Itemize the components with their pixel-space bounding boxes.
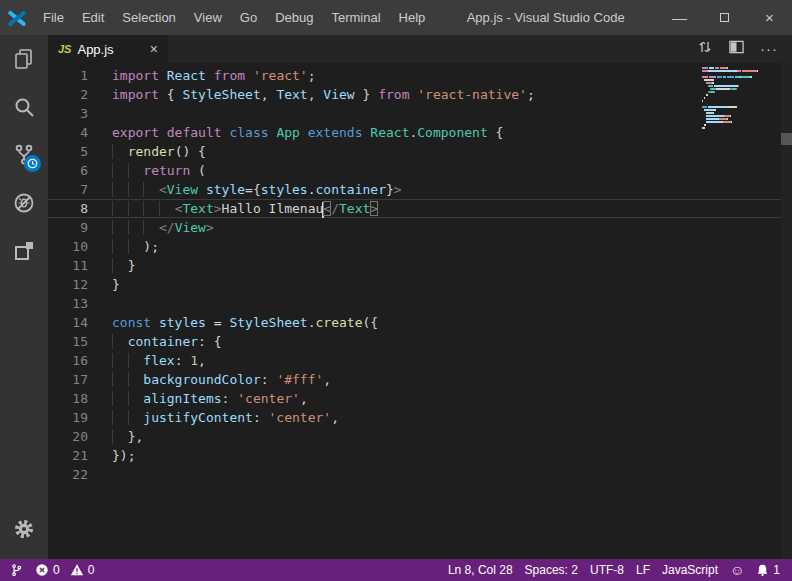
explorer-icon[interactable] [0, 35, 48, 83]
tab-bar: JS App.js × [48, 35, 792, 63]
source-control-icon[interactable] [0, 131, 48, 179]
menu-go[interactable]: Go [231, 0, 266, 35]
maximize-icon [720, 13, 729, 22]
workbench: JS App.js × [0, 35, 792, 559]
code-line-18[interactable]: 18 alignItems: 'center', [48, 389, 792, 408]
scrollbar-thumb[interactable] [781, 133, 792, 145]
code-line-2[interactable]: 2import { StyleSheet, Text, View } from … [48, 85, 792, 104]
close-button[interactable]: × [747, 0, 792, 35]
line-number: 13 [48, 294, 88, 313]
code-line-3[interactable]: 3 [48, 104, 792, 123]
minimize-button[interactable]: — [657, 0, 702, 35]
menu-file[interactable]: File [34, 0, 73, 35]
line-number: 16 [48, 351, 88, 370]
menu-bar: FileEditSelectionViewGoDebugTerminalHelp [34, 0, 434, 35]
code-line-12[interactable]: 12} [48, 275, 792, 294]
editor[interactable]: 1import React from 'react';2import { Sty… [48, 63, 792, 559]
error-icon [35, 563, 49, 577]
error-count: 0 [53, 563, 60, 577]
editor-group: JS App.js × [48, 35, 792, 559]
code-line-5[interactable]: 5 render() { [48, 142, 792, 161]
extensions-icon[interactable] [0, 227, 48, 275]
activity-bar [0, 35, 48, 559]
code-line-17[interactable]: 17 backgroundColor: '#fff', [48, 370, 792, 389]
code-line-9[interactable]: 9 </View> [48, 218, 792, 237]
line-number: 8 [48, 199, 88, 218]
code-line-19[interactable]: 19 justifyContent: 'center', [48, 408, 792, 427]
menu-selection[interactable]: Selection [113, 0, 184, 35]
tab-appjs[interactable]: JS App.js × [48, 35, 168, 63]
line-number: 22 [48, 465, 88, 484]
code-line-13[interactable]: 13 [48, 294, 792, 313]
editor-actions: ··· [697, 35, 792, 63]
eol-sequence[interactable]: LF [630, 559, 656, 581]
code-line-15[interactable]: 15 container: { [48, 332, 792, 351]
feedback-smiley-icon[interactable]: ☺ [724, 559, 750, 581]
status-bar-right: Ln 8, Col 28 Spaces: 2 UTF-8 LF JavaScri… [442, 559, 792, 581]
code-line-1[interactable]: 1import React from 'react'; [48, 66, 792, 85]
line-number: 20 [48, 427, 88, 446]
code-line-11[interactable]: 11 } [48, 256, 792, 275]
menu-terminal[interactable]: Terminal [322, 0, 389, 35]
warning-icon [70, 563, 84, 577]
line-number: 19 [48, 408, 88, 427]
code-line-6[interactable]: 6 return ( [48, 161, 792, 180]
more-actions-icon[interactable]: ··· [760, 44, 778, 54]
code-line-21[interactable]: 21}); [48, 446, 792, 465]
line-number: 18 [48, 389, 88, 408]
window-controls: — × [657, 0, 792, 35]
maximize-button[interactable] [702, 0, 747, 35]
line-number: 5 [48, 142, 88, 161]
title-bar: FileEditSelectionViewGoDebugTerminalHelp… [0, 0, 792, 35]
line-number: 6 [48, 161, 88, 180]
line-number: 10 [48, 237, 88, 256]
warning-count: 0 [88, 563, 95, 577]
bell-icon [756, 563, 769, 577]
line-number: 12 [48, 275, 88, 294]
vscode-window: FileEditSelectionViewGoDebugTerminalHelp… [0, 0, 792, 581]
line-number: 21 [48, 446, 88, 465]
menu-help[interactable]: Help [390, 0, 435, 35]
code-area: 1import React from 'react';2import { Sty… [48, 66, 792, 484]
source-control-clock-badge [24, 155, 41, 172]
line-number: 11 [48, 256, 88, 275]
settings-gear-icon[interactable] [0, 505, 48, 553]
line-number: 1 [48, 66, 88, 85]
code-line-8[interactable]: 8 <Text>Hallo Ilmenau</Text> [48, 199, 792, 218]
javascript-file-icon: JS [58, 43, 71, 55]
split-editor-icon[interactable] [729, 40, 744, 58]
code-line-7[interactable]: 7 <View style={styles.container}> [48, 180, 792, 199]
open-changes-icon[interactable] [697, 39, 713, 59]
scrollbar[interactable] [781, 63, 792, 559]
line-number: 17 [48, 370, 88, 389]
code-line-4[interactable]: 4export default class App extends React.… [48, 123, 792, 142]
tab-label: App.js [77, 42, 113, 57]
line-number: 14 [48, 313, 88, 332]
code-line-14[interactable]: 14const styles = StyleSheet.create({ [48, 313, 792, 332]
menu-debug[interactable]: Debug [266, 0, 322, 35]
indentation[interactable]: Spaces: 2 [519, 559, 584, 581]
vscode-logo-icon [0, 8, 34, 28]
tab-close-icon[interactable]: × [150, 41, 158, 57]
minimap[interactable] [702, 67, 766, 133]
problems-item[interactable]: 0 0 [29, 559, 100, 581]
menu-edit[interactable]: Edit [73, 0, 113, 35]
status-bar: 0 0 Ln 8, Col 28 Spaces: 2 UTF-8 LF Java… [0, 559, 792, 581]
line-number: 4 [48, 123, 88, 142]
cursor-position[interactable]: Ln 8, Col 28 [442, 559, 519, 581]
menu-view[interactable]: View [185, 0, 231, 35]
search-icon[interactable] [0, 83, 48, 131]
code-line-22[interactable]: 22 [48, 465, 792, 484]
language-mode[interactable]: JavaScript [656, 559, 724, 581]
debug-icon[interactable] [0, 179, 48, 227]
encoding[interactable]: UTF-8 [584, 559, 630, 581]
code-line-16[interactable]: 16 flex: 1, [48, 351, 792, 370]
code-line-20[interactable]: 20 }, [48, 427, 792, 446]
notifications-item[interactable]: 1 [750, 559, 786, 581]
window-title: App.js - Visual Studio Code [434, 10, 657, 25]
line-number: 3 [48, 104, 88, 123]
git-branch-item[interactable] [4, 559, 29, 581]
line-number: 9 [48, 218, 88, 237]
code-line-10[interactable]: 10 ); [48, 237, 792, 256]
git-branch-icon [10, 563, 23, 577]
